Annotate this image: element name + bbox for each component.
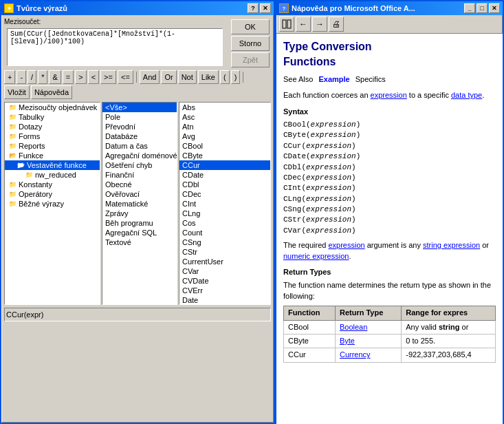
and-btn[interactable]: And (140, 70, 160, 84)
list-overovaci[interactable]: Ověřovací (102, 189, 177, 199)
napoveda-btn[interactable]: Nápověda (31, 85, 72, 99)
boolean-link[interactable]: Boolean (340, 323, 367, 331)
func-cdate[interactable]: CDate (179, 170, 270, 180)
func-count[interactable]: Count (179, 228, 270, 237)
help-close-btn[interactable]: ✕ (489, 3, 500, 13)
help-back-btn[interactable]: ← (296, 17, 311, 32)
vlozit-btn[interactable]: Vložit (4, 85, 30, 99)
gte-btn[interactable]: >= (100, 70, 116, 84)
eq-btn[interactable]: = (63, 70, 74, 84)
list-agregacni-sql[interactable]: Agregační SQL (102, 228, 177, 237)
lt-btn[interactable]: < (88, 70, 99, 84)
tree-bezne-vyrazy[interactable]: 📁 Běžné výrazy (5, 199, 100, 209)
formula-input[interactable]: Sum(CCur([JednotkovaCena]*[Množství]*(1-… (7, 28, 223, 66)
not-btn[interactable]: Not (178, 70, 197, 84)
tree-vestavene[interactable]: 📂 Vestavěné funkce (5, 160, 100, 170)
list-agregacni-domenove[interactable]: Agregační doménové (102, 151, 177, 160)
example-link[interactable]: Example (318, 74, 349, 85)
folder-icon: 📁 (8, 103, 17, 112)
tree-mezisouctly[interactable]: 📁 Mezisoučty objednávek (5, 103, 100, 112)
list-obecne[interactable]: Obecné (102, 180, 177, 189)
func-cbool[interactable]: CBool (179, 141, 270, 151)
cell-ccur-range: -922,337,203,685,4 (402, 348, 496, 362)
zpet-button[interactable]: Zpět (231, 52, 270, 67)
col-range: Range for expres (402, 306, 496, 320)
tree-konstanty[interactable]: 📁 Konstanty (5, 180, 100, 189)
func-cos[interactable]: Cos (179, 218, 270, 228)
minus-btn[interactable]: - (17, 70, 26, 84)
slash-btn[interactable]: / (28, 70, 36, 84)
help-main-title: Type ConversionFunctions (283, 39, 496, 70)
gt-btn[interactable]: > (75, 70, 86, 84)
help-maximize-btn[interactable]: □ (476, 3, 487, 13)
function-signatures: CBool(expression) CByte(expression) CCur… (283, 120, 496, 236)
numeric-expr-link[interactable]: numeric expression (283, 252, 349, 260)
cell-cbyte-range: 0 to 255. (402, 334, 496, 348)
like-btn[interactable]: Like (198, 70, 219, 84)
cbool-sig: CBool(expression) (283, 120, 496, 130)
star-btn[interactable]: * (38, 70, 47, 84)
subcategory-list: <Vše> Pole Převodní Databáze Datum a čas… (102, 102, 177, 305)
func-cint[interactable]: CInt (179, 199, 270, 209)
expression-arg-link[interactable]: expression (328, 241, 364, 249)
close-button[interactable]: ✕ (260, 3, 271, 13)
lte-btn[interactable]: <= (118, 70, 133, 84)
func-ccur[interactable]: CCur (179, 160, 270, 170)
expression-link[interactable]: expression (371, 91, 407, 99)
category-tree: 📁 Mezisoučty objednávek 📁 Tabulky 📁 Dota… (4, 102, 100, 305)
func-cstr[interactable]: CStr (179, 247, 270, 257)
list-textove[interactable]: Textové (102, 237, 177, 247)
list-beh[interactable]: Běh programu (102, 218, 177, 228)
list-zpravy[interactable]: Zprávy (102, 209, 177, 218)
byte-link[interactable]: Byte (340, 337, 355, 345)
list-osetrzeni[interactable]: Ošetření chyb (102, 160, 177, 170)
list-matematicke[interactable]: Matematické (102, 199, 177, 209)
storno-button[interactable]: Storno (231, 36, 270, 51)
layout-icon (282, 19, 292, 29)
func-cdec[interactable]: CDec (179, 189, 270, 199)
list-pole[interactable]: Pole (102, 112, 177, 122)
func-cdbl[interactable]: CDbl (179, 180, 270, 189)
data-type-link[interactable]: data type (451, 91, 482, 99)
help-button[interactable]: ? (248, 3, 259, 13)
list-datum[interactable]: Datum a čas (102, 141, 177, 151)
or-btn[interactable]: Or (161, 70, 176, 84)
tree-forms[interactable]: 📁 Forms (5, 131, 100, 141)
plus-btn[interactable]: + (4, 70, 15, 84)
func-clng[interactable]: CLng (179, 209, 270, 218)
func-date[interactable]: Date (179, 295, 270, 305)
func-avg[interactable]: Avg (179, 131, 270, 141)
tree-dotazy[interactable]: 📁 Dotazy (5, 122, 100, 131)
func-cvdate[interactable]: CVDate (179, 276, 270, 286)
func-currentuser[interactable]: CurrentUser (179, 257, 270, 266)
paren-close-btn[interactable]: ) (231, 70, 241, 84)
currency-link[interactable]: Currency (340, 350, 371, 359)
cdate-sig: CDate(expression) (283, 151, 496, 162)
help-minimize-btn[interactable]: _ (464, 3, 475, 13)
see-also-label: See Also (283, 74, 313, 85)
func-cbyte[interactable]: CByte (179, 151, 270, 160)
func-cverr[interactable]: CVErr (179, 286, 270, 295)
func-atn[interactable]: Atn (179, 122, 270, 131)
help-layout-btn[interactable] (279, 17, 294, 32)
string-expr-link[interactable]: string expression (423, 241, 480, 249)
list-prevodni[interactable]: Převodní (102, 122, 177, 131)
paren-open-btn[interactable]: ( (220, 70, 230, 84)
tree-nw-reduced[interactable]: 📁 nw_reduced (5, 170, 100, 180)
func-cvar[interactable]: CVar (179, 266, 270, 276)
list-vse[interactable]: <Vše> (102, 103, 177, 112)
help-print-btn[interactable]: 🖨 (329, 17, 344, 32)
func-asc[interactable]: Asc (179, 112, 270, 122)
ok-button[interactable]: OK (231, 19, 270, 34)
list-financni[interactable]: Finanční (102, 170, 177, 180)
list-databaze[interactable]: Databáze (102, 131, 177, 141)
amp-btn[interactable]: & (49, 70, 61, 84)
sep1 (136, 72, 137, 83)
tree-funkce[interactable]: 📂 Funkce (5, 151, 100, 160)
tree-reports[interactable]: 📁 Reports (5, 141, 100, 151)
func-abs[interactable]: Abs (179, 103, 270, 112)
func-csng[interactable]: CSng (179, 237, 270, 247)
tree-operatory[interactable]: 📁 Operátory (5, 189, 100, 199)
tree-tabulky[interactable]: 📁 Tabulky (5, 112, 100, 122)
help-forward-btn[interactable]: → (312, 17, 327, 32)
